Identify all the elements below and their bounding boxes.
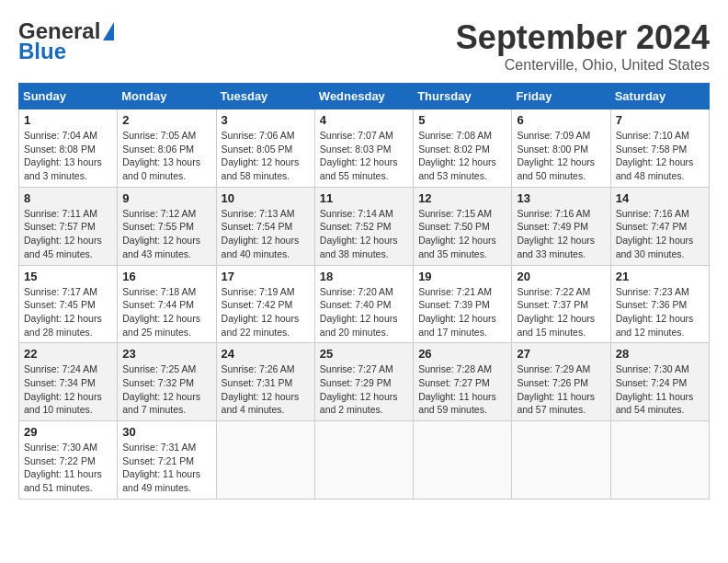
day-info: Sunrise: 7:20 AMSunset: 7:40 PMDaylight:… <box>320 285 408 339</box>
col-header-monday: Monday <box>118 84 216 109</box>
empty-cell <box>414 421 512 500</box>
title-area: September 2024 Centerville, Ohio, United… <box>456 18 710 74</box>
day-number: 27 <box>517 347 605 361</box>
day-number: 6 <box>517 113 605 127</box>
day-cell-27: 27Sunrise: 7:29 AMSunset: 7:26 PMDayligh… <box>512 343 610 421</box>
day-info: Sunrise: 7:30 AMSunset: 7:24 PMDaylight:… <box>616 362 704 417</box>
day-number: 30 <box>122 425 210 439</box>
day-number: 18 <box>320 270 408 283</box>
day-number: 1 <box>24 113 112 127</box>
logo: General Blue <box>18 18 114 64</box>
day-cell-21: 21Sunrise: 7:23 AMSunset: 7:36 PMDayligh… <box>610 265 709 343</box>
day-number: 12 <box>418 191 506 205</box>
day-cell-4: 4Sunrise: 7:07 AMSunset: 8:03 PMDaylight… <box>314 109 413 188</box>
day-cell-30: 30Sunrise: 7:31 AMSunset: 7:21 PMDayligh… <box>118 421 216 500</box>
day-info: Sunrise: 7:27 AMSunset: 7:29 PMDaylight:… <box>320 362 408 417</box>
day-info: Sunrise: 7:17 AMSunset: 7:45 PMDaylight:… <box>24 285 112 339</box>
day-number: 14 <box>616 191 704 205</box>
day-info: Sunrise: 7:06 AMSunset: 8:05 PMDaylight:… <box>222 129 310 183</box>
day-info: Sunrise: 7:24 AMSunset: 7:34 PMDaylight:… <box>24 362 112 417</box>
day-number: 8 <box>24 191 112 205</box>
day-number: 4 <box>320 113 408 127</box>
day-cell-25: 25Sunrise: 7:27 AMSunset: 7:29 PMDayligh… <box>314 343 413 421</box>
day-info: Sunrise: 7:09 AMSunset: 8:00 PMDaylight:… <box>517 129 605 183</box>
month-title: September 2024 <box>456 18 710 57</box>
col-header-sunday: Sunday <box>19 84 118 109</box>
day-number: 28 <box>616 347 704 361</box>
empty-cell <box>216 421 314 500</box>
calendar-table: SundayMondayTuesdayWednesdayThursdayFrid… <box>18 83 710 500</box>
day-info: Sunrise: 7:14 AMSunset: 7:52 PMDaylight:… <box>320 207 408 261</box>
day-info: Sunrise: 7:30 AMSunset: 7:22 PMDaylight:… <box>24 441 112 495</box>
day-cell-8: 8Sunrise: 7:11 AMSunset: 7:57 PMDaylight… <box>19 187 118 265</box>
location-title: Centerville, Ohio, United States <box>456 57 710 74</box>
logo-triangle-icon <box>103 22 114 40</box>
day-number: 23 <box>122 347 210 361</box>
day-info: Sunrise: 7:28 AMSunset: 7:27 PMDaylight:… <box>418 362 506 417</box>
day-info: Sunrise: 7:12 AMSunset: 7:55 PMDaylight:… <box>122 207 210 261</box>
col-header-wednesday: Wednesday <box>314 84 413 109</box>
day-number: 15 <box>24 270 112 283</box>
day-number: 3 <box>222 113 310 127</box>
day-info: Sunrise: 7:10 AMSunset: 7:58 PMDaylight:… <box>616 129 704 183</box>
day-number: 16 <box>122 270 210 283</box>
col-header-saturday: Saturday <box>610 84 709 109</box>
day-cell-11: 11Sunrise: 7:14 AMSunset: 7:52 PMDayligh… <box>314 187 413 265</box>
day-number: 25 <box>320 347 408 361</box>
day-info: Sunrise: 7:31 AMSunset: 7:21 PMDaylight:… <box>122 441 210 495</box>
day-cell-15: 15Sunrise: 7:17 AMSunset: 7:45 PMDayligh… <box>19 265 118 343</box>
day-info: Sunrise: 7:13 AMSunset: 7:54 PMDaylight:… <box>222 207 310 261</box>
col-header-tuesday: Tuesday <box>216 84 314 109</box>
day-cell-6: 6Sunrise: 7:09 AMSunset: 8:00 PMDaylight… <box>512 109 610 188</box>
day-cell-12: 12Sunrise: 7:15 AMSunset: 7:50 PMDayligh… <box>414 187 512 265</box>
day-cell-9: 9Sunrise: 7:12 AMSunset: 7:55 PMDaylight… <box>118 187 216 265</box>
day-cell-29: 29Sunrise: 7:30 AMSunset: 7:22 PMDayligh… <box>19 421 118 500</box>
day-info: Sunrise: 7:07 AMSunset: 8:03 PMDaylight:… <box>320 129 408 183</box>
day-cell-16: 16Sunrise: 7:18 AMSunset: 7:44 PMDayligh… <box>118 265 216 343</box>
day-cell-26: 26Sunrise: 7:28 AMSunset: 7:27 PMDayligh… <box>414 343 512 421</box>
day-cell-23: 23Sunrise: 7:25 AMSunset: 7:32 PMDayligh… <box>118 343 216 421</box>
day-cell-5: 5Sunrise: 7:08 AMSunset: 8:02 PMDaylight… <box>414 109 512 188</box>
day-info: Sunrise: 7:19 AMSunset: 7:42 PMDaylight:… <box>222 285 310 339</box>
day-info: Sunrise: 7:15 AMSunset: 7:50 PMDaylight:… <box>418 207 506 261</box>
day-number: 20 <box>517 270 605 283</box>
day-info: Sunrise: 7:04 AMSunset: 8:08 PMDaylight:… <box>24 129 112 183</box>
empty-cell <box>314 421 413 500</box>
day-cell-20: 20Sunrise: 7:22 AMSunset: 7:37 PMDayligh… <box>512 265 610 343</box>
day-number: 2 <box>122 113 210 127</box>
day-info: Sunrise: 7:23 AMSunset: 7:36 PMDaylight:… <box>616 285 704 339</box>
empty-cell <box>512 421 610 500</box>
day-number: 24 <box>222 347 310 361</box>
day-cell-22: 22Sunrise: 7:24 AMSunset: 7:34 PMDayligh… <box>19 343 118 421</box>
day-cell-17: 17Sunrise: 7:19 AMSunset: 7:42 PMDayligh… <box>216 265 314 343</box>
day-number: 5 <box>418 113 506 127</box>
day-cell-10: 10Sunrise: 7:13 AMSunset: 7:54 PMDayligh… <box>216 187 314 265</box>
day-info: Sunrise: 7:11 AMSunset: 7:57 PMDaylight:… <box>24 207 112 261</box>
day-number: 17 <box>222 270 310 283</box>
day-cell-3: 3Sunrise: 7:06 AMSunset: 8:05 PMDaylight… <box>216 109 314 188</box>
day-number: 13 <box>517 191 605 205</box>
day-info: Sunrise: 7:21 AMSunset: 7:39 PMDaylight:… <box>418 285 506 339</box>
page-header: General Blue September 2024 Centerville,… <box>18 18 710 74</box>
day-info: Sunrise: 7:18 AMSunset: 7:44 PMDaylight:… <box>122 285 210 339</box>
day-info: Sunrise: 7:29 AMSunset: 7:26 PMDaylight:… <box>517 362 605 417</box>
day-cell-13: 13Sunrise: 7:16 AMSunset: 7:49 PMDayligh… <box>512 187 610 265</box>
day-number: 26 <box>418 347 506 361</box>
day-cell-1: 1Sunrise: 7:04 AMSunset: 8:08 PMDaylight… <box>19 109 118 188</box>
day-cell-28: 28Sunrise: 7:30 AMSunset: 7:24 PMDayligh… <box>610 343 709 421</box>
day-number: 7 <box>616 113 704 127</box>
day-info: Sunrise: 7:26 AMSunset: 7:31 PMDaylight:… <box>222 362 310 417</box>
day-number: 21 <box>616 270 704 283</box>
day-number: 19 <box>418 270 506 283</box>
col-header-friday: Friday <box>512 84 610 109</box>
day-cell-19: 19Sunrise: 7:21 AMSunset: 7:39 PMDayligh… <box>414 265 512 343</box>
day-info: Sunrise: 7:05 AMSunset: 8:06 PMDaylight:… <box>122 129 210 183</box>
day-info: Sunrise: 7:16 AMSunset: 7:49 PMDaylight:… <box>517 207 605 261</box>
empty-cell <box>610 421 709 500</box>
day-cell-24: 24Sunrise: 7:26 AMSunset: 7:31 PMDayligh… <box>216 343 314 421</box>
day-info: Sunrise: 7:08 AMSunset: 8:02 PMDaylight:… <box>418 129 506 183</box>
day-number: 11 <box>320 191 408 205</box>
day-cell-14: 14Sunrise: 7:16 AMSunset: 7:47 PMDayligh… <box>610 187 709 265</box>
day-info: Sunrise: 7:25 AMSunset: 7:32 PMDaylight:… <box>122 362 210 417</box>
logo-blue: Blue <box>18 39 66 64</box>
